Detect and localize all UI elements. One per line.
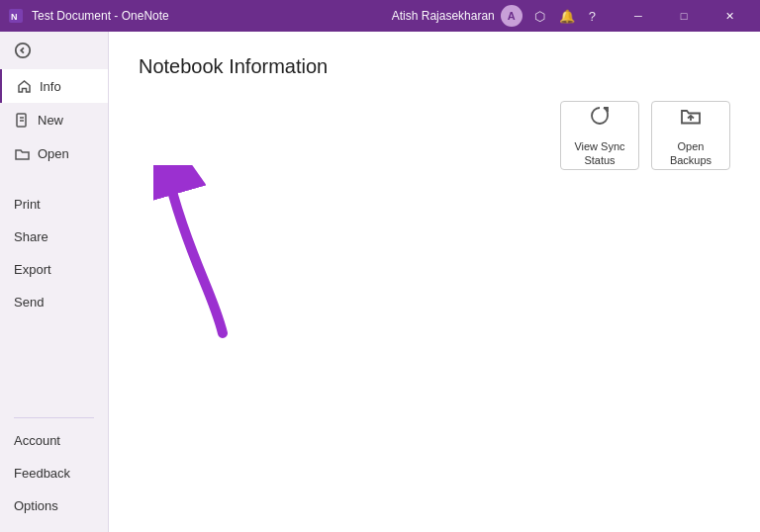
new-page-icon <box>14 112 30 128</box>
sidebar-item-print-label: Print <box>14 197 41 212</box>
sidebar-item-print[interactable]: Print <box>0 188 108 221</box>
sidebar-item-share-label: Share <box>14 229 48 244</box>
sidebar-bottom: Account Feedback Options <box>0 424 108 532</box>
sidebar-item-options-label: Options <box>14 498 58 513</box>
sidebar-item-info-label: Info <box>40 79 61 94</box>
sidebar-item-new-label: New <box>38 113 63 128</box>
svg-point-2 <box>16 44 30 57</box>
sidebar-nav: Info New O <box>0 69 108 532</box>
title-bar-right: Atish Rajasekharan A ⬡ 🔔 ? ─ □ ✕ <box>392 0 752 32</box>
view-sync-status-button[interactable]: View SyncStatus <box>560 101 639 170</box>
backup-folder-icon <box>679 104 703 133</box>
content-area: Notebook Information View SyncStatus <box>109 32 760 532</box>
sidebar-item-open-label: Open <box>38 146 69 161</box>
main-layout: Info New O <box>0 32 760 532</box>
sidebar-item-feedback-label: Feedback <box>14 466 70 481</box>
close-button[interactable]: ✕ <box>707 0 752 32</box>
sidebar-item-open[interactable]: Open <box>0 136 108 170</box>
home-icon <box>16 78 32 94</box>
sidebar-item-options[interactable]: Options <box>0 489 108 522</box>
sidebar-item-account[interactable]: Account <box>0 424 108 457</box>
back-button[interactable] <box>0 32 108 69</box>
open-backups-label: OpenBackups <box>670 139 712 168</box>
open-folder-icon <box>14 145 30 161</box>
view-sync-status-label: View SyncStatus <box>574 139 624 168</box>
user-name: Atish Rajasekharan <box>392 9 495 23</box>
title-bar-left: N Test Document - OneNote <box>8 8 169 24</box>
sidebar: Info New O <box>0 32 109 532</box>
svg-text:N: N <box>11 12 18 22</box>
maximize-button[interactable]: □ <box>661 0 707 32</box>
open-backups-button[interactable]: OpenBackups <box>651 101 730 170</box>
user-info[interactable]: Atish Rajasekharan A <box>392 5 522 27</box>
sidebar-item-feedback[interactable]: Feedback <box>0 457 108 489</box>
app-title: Test Document - OneNote <box>32 9 169 23</box>
user-avatar: A <box>501 5 522 27</box>
sync-icon <box>588 104 612 133</box>
diamond-icon[interactable]: ⬡ <box>534 9 545 24</box>
sidebar-item-export-label: Export <box>14 262 51 277</box>
help-icon[interactable]: ? <box>589 9 596 24</box>
sidebar-item-send[interactable]: Send <box>0 286 108 318</box>
sidebar-item-account-label: Account <box>14 433 60 448</box>
notification-icon[interactable]: 🔔 <box>559 9 575 24</box>
sidebar-item-info[interactable]: Info <box>0 69 108 103</box>
minimize-button[interactable]: ─ <box>616 0 661 32</box>
sidebar-item-new[interactable]: New <box>0 103 108 136</box>
arrow-annotation <box>153 165 242 346</box>
sidebar-item-export[interactable]: Export <box>0 253 108 286</box>
sidebar-item-send-label: Send <box>14 295 44 310</box>
page-title: Notebook Information <box>139 55 730 78</box>
title-bar: N Test Document - OneNote Atish Rajasekh… <box>0 0 760 32</box>
title-bar-icons: ⬡ 🔔 ? <box>534 9 596 24</box>
sidebar-item-share[interactable]: Share <box>0 221 108 253</box>
onenote-icon: N <box>8 8 24 24</box>
action-buttons: View SyncStatus OpenBackups <box>560 101 730 170</box>
window-controls: ─ □ ✕ <box>616 0 752 32</box>
sidebar-divider <box>14 417 94 418</box>
